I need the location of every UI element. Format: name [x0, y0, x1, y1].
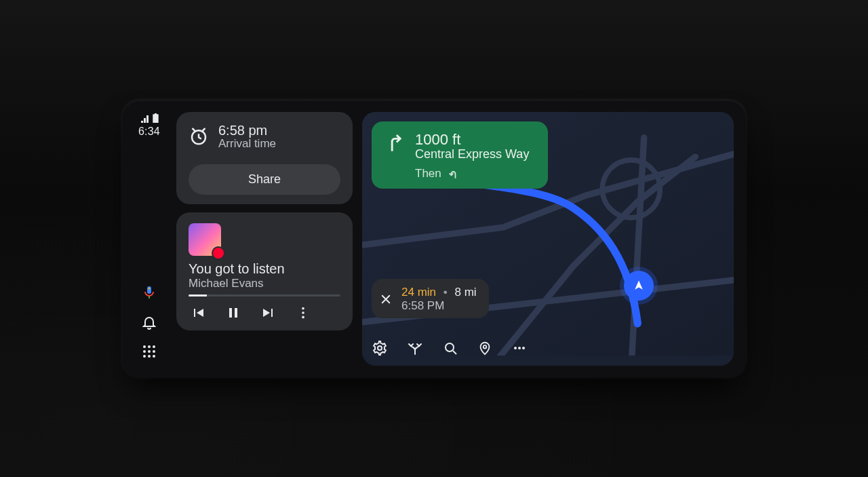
svg-point-8 — [148, 350, 151, 353]
svg-point-5 — [148, 345, 151, 348]
nav-settings-button[interactable] — [372, 340, 388, 356]
infotainment-screen: 6:34 6:58 pm Arrival time Share — [122, 100, 746, 378]
assistant-mic-button[interactable] — [141, 284, 157, 301]
track-artist: Michael Evans — [189, 277, 340, 290]
svg-point-21 — [378, 346, 382, 350]
status-clock: 6:34 — [138, 126, 160, 138]
svg-point-16 — [302, 307, 304, 309]
signal-icon — [140, 115, 150, 123]
eta-card[interactable]: 6:58 pm Arrival time Share — [176, 112, 353, 204]
svg-point-23 — [484, 345, 487, 348]
remaining-distance: 8 mi — [454, 286, 476, 299]
previous-track-button[interactable] — [190, 305, 206, 321]
svg-point-18 — [302, 316, 304, 318]
svg-point-10 — [143, 355, 146, 358]
album-art — [189, 223, 221, 256]
app-launcher-button[interactable] — [142, 344, 157, 359]
eta-time: 6:58 pm — [218, 123, 276, 138]
battery-icon — [153, 113, 159, 123]
next-track-button[interactable] — [260, 305, 277, 321]
turn-then-label: Then — [415, 167, 441, 180]
remaining-time: 24 min — [401, 286, 436, 299]
svg-point-24 — [514, 347, 517, 349]
pause-button[interactable] — [225, 305, 241, 321]
uturn-icon — [448, 168, 460, 180]
turn-card[interactable]: 1000 ft Central Express Way Then — [372, 121, 548, 189]
svg-point-12 — [153, 355, 155, 358]
turn-road: Central Express Way — [415, 147, 529, 161]
svg-point-22 — [446, 343, 454, 351]
playback-progress[interactable] — [189, 294, 340, 297]
places-button[interactable] — [477, 340, 492, 356]
svg-point-7 — [143, 350, 146, 353]
turn-right-icon — [382, 131, 406, 154]
svg-point-25 — [518, 347, 521, 349]
map-action-row — [372, 340, 528, 356]
clock-icon — [189, 126, 209, 147]
svg-rect-15 — [235, 308, 237, 318]
svg-point-2 — [149, 287, 150, 288]
turn-distance: 1000 ft — [415, 131, 529, 149]
svg-point-26 — [522, 347, 525, 349]
close-trip-button[interactable] — [380, 293, 392, 305]
media-overflow-button[interactable] — [296, 305, 311, 320]
search-button[interactable] — [442, 340, 458, 356]
track-title: You got to listen — [189, 261, 340, 277]
svg-point-17 — [302, 311, 304, 314]
map-overflow-button[interactable] — [511, 340, 528, 356]
svg-point-4 — [143, 345, 146, 348]
vehicle-location-puck — [624, 271, 654, 301]
svg-point-6 — [153, 345, 155, 348]
status-rail: 6:34 — [132, 112, 167, 366]
share-eta-button[interactable]: Share — [189, 164, 340, 195]
notifications-button[interactable] — [141, 314, 157, 330]
trip-summary[interactable]: 24 min • 8 mi 6:58 PM — [372, 279, 489, 318]
eta-label: Arrival time — [218, 137, 276, 151]
svg-rect-0 — [154, 118, 157, 122]
svg-point-9 — [153, 350, 155, 353]
alternate-routes-button[interactable] — [407, 340, 423, 356]
arrival-time: 6:58 PM — [401, 299, 477, 313]
svg-rect-3 — [149, 297, 150, 299]
svg-rect-14 — [229, 308, 232, 318]
map-panel[interactable]: 1000 ft Central Express Way Then 24 min … — [362, 112, 734, 366]
widget-column: 6:58 pm Arrival time Share You got to li… — [176, 112, 353, 366]
svg-point-11 — [148, 355, 151, 358]
media-card[interactable]: You got to listen Michael Evans — [176, 212, 353, 330]
status-icons — [140, 112, 159, 123]
